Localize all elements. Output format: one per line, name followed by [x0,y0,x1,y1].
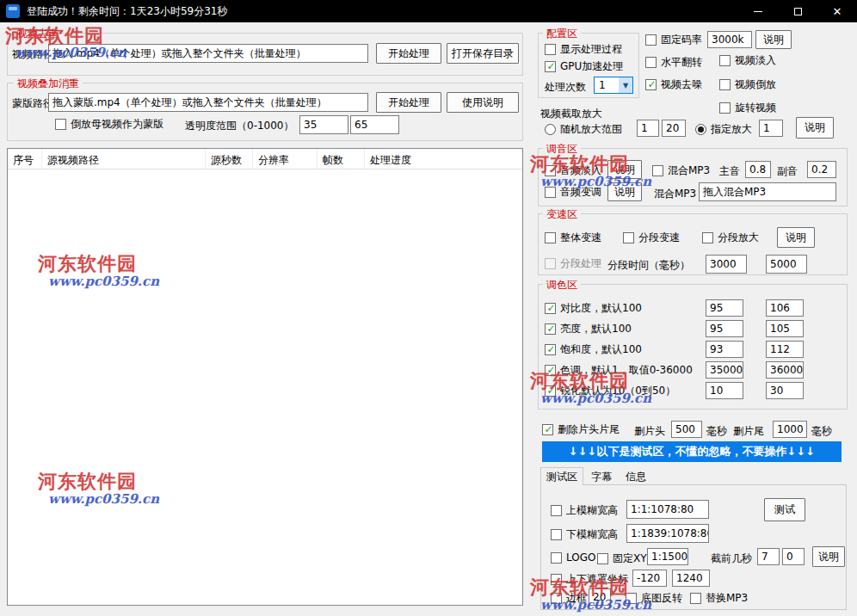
hue-max-input[interactable]: 36000 [766,361,804,379]
fixed-zoom-input[interactable]: 1 [759,120,783,137]
logo-input[interactable]: 1:1500 [647,548,688,565]
cut-seconds-input-2[interactable]: 0 [782,548,805,565]
segment-speed-checkbox[interactable]: 分段变速 [623,231,680,245]
brightness-max-input[interactable]: 105 [766,320,804,337]
dedup-start-button[interactable]: 开始处理 [376,43,441,64]
column-header-source-path[interactable]: 源视频路径 [42,149,206,169]
whole-speed-checkbox[interactable]: 整体变速 [545,231,601,245]
reverse-mask-label: 倒放母视频作为蒙版 [71,117,163,132]
trim-head-input[interactable]: 500 [671,421,702,438]
saturation-checkbox[interactable]: 饱和度，默认100 [545,342,642,357]
overlay-start-button[interactable]: 开始处理 [376,92,441,113]
trim-checkbox[interactable]: 删除片头片尾 [542,422,620,437]
fixed-bitrate-label: 固定码率 [661,33,702,47]
mask-path-input[interactable]: 拖入蒙版.mp4（单个处理）或拖入整个文件夹（批量处理） [48,93,368,112]
top-blur-checkbox[interactable]: 上模糊宽高 [551,503,618,518]
saturation-max-input[interactable]: 112 [766,341,804,358]
tab-info[interactable]: 信息 [620,469,652,485]
window-controls: ✕ [738,0,857,22]
cut-seconds-input-1[interactable]: 7 [757,548,780,565]
checkbox-box [719,102,731,114]
bitrate-help-button[interactable]: 说明 [755,30,792,49]
fixed-bitrate-checkbox[interactable]: 固定码率 [645,33,702,47]
checkbox-box [719,79,731,90]
tab-test-zone[interactable]: 测试区 [540,467,583,485]
mix-mp3-input[interactable]: 拖入混合MP3 [699,182,836,201]
column-header-progress[interactable]: 处理进度 [365,149,522,169]
rotate-video-checkbox[interactable]: 旋转视频 [719,101,776,115]
logo-checkbox[interactable]: LOGO [551,551,595,564]
checkbox-box [551,529,562,540]
sharpen-min-input[interactable]: 10 [706,382,743,399]
tab-subtitles[interactable]: 字幕 [585,469,618,485]
hue-min-input[interactable]: 35000 [706,361,743,379]
watermark-url: www.pc0359.cn [15,45,126,60]
column-header-resolution[interactable]: 分辨率 [253,149,318,169]
fixed-xy-checkbox[interactable]: 固定XY [597,551,647,566]
open-save-dir-button[interactable]: 打开保存目录 [447,43,519,64]
denoise-checkbox[interactable]: 视频去噪 [645,77,702,92]
zoom-help-button[interactable]: 说明 [796,117,834,139]
column-header-index[interactable]: 序号 [8,149,42,169]
column-header-seconds[interactable]: 源秒数 [206,149,253,169]
main-volume-input[interactable]: 0.8 [745,161,771,178]
test-zone-banner: ↓↓↓以下是测试区，不懂的忽略，不要操作↓↓↓ [542,441,842,462]
segment-time-min-input[interactable]: 3000 [706,255,747,274]
segment-time-max-input[interactable]: 5000 [766,255,807,274]
random-zoom-max-input[interactable]: 20 [662,120,686,137]
video-reverse-checkbox[interactable]: 视频倒放 [719,77,776,92]
random-zoom-min-input[interactable]: 1 [637,120,659,137]
bottom-blur-checkbox[interactable]: 下模糊宽高 [551,527,618,542]
gpu-accel-checkbox[interactable]: GPU加速处理 [545,59,623,74]
segment-zoom-checkbox[interactable]: 分段放大 [702,231,759,245]
saturation-min-input[interactable]: 93 [706,341,743,358]
app-icon[interactable] [6,4,20,18]
logo-help-button[interactable]: 说明 [812,546,845,567]
brightness-min-input[interactable]: 95 [706,320,743,337]
speed-help-button[interactable]: 说明 [777,227,815,248]
segment-process-checkbox[interactable]: 分段处理 [545,256,601,271]
close-button[interactable]: ✕ [817,0,857,22]
replace-mp3-checkbox[interactable]: 替换MP3 [690,591,748,606]
opacity-min-input[interactable]: 35 [299,115,348,134]
test-button[interactable]: 测试 [764,498,805,521]
reverse-mask-checkbox[interactable]: 倒放母视频作为蒙版 [55,117,163,132]
mask-coord-input-1[interactable]: -120 [632,570,667,587]
contrast-max-input[interactable]: 106 [766,299,804,317]
column-header-frames[interactable]: 帧数 [318,149,365,169]
app-window: 登陆成功！剩余时间：1天23小时59分31秒 ✕ 视频去重 视频路径 拖入.mp… [0,0,857,616]
sub-volume-input[interactable]: 0.2 [807,161,836,178]
checkbox-box [623,232,634,243]
watermark-url: www.pc0359.cn [540,391,651,406]
crop-zoom-label: 视频截取放大 [540,107,602,121]
process-times-label: 处理次数 [545,80,586,95]
opacity-max-input[interactable]: 65 [350,115,399,134]
maximize-button[interactable] [778,0,817,22]
sub-volume-label: 副音 [777,164,798,179]
show-process-checkbox[interactable]: 显示处理过程 [545,42,622,57]
fixed-zoom-radio[interactable]: 指定放大 [695,122,752,137]
watermark-url: www.pc0359.cn [48,274,159,289]
video-fadein-checkbox[interactable]: 视频淡入 [719,53,776,68]
checkbox-box [545,44,556,55]
bottom-blur-input[interactable]: 1:1839:1078:80 [626,524,709,543]
random-zoom-radio[interactable]: 随机放大范围 [545,122,622,137]
chevron-down-icon[interactable]: ▼ [619,77,632,93]
bitrate-input[interactable]: 3000k [707,31,752,48]
sharpen-max-input[interactable]: 30 [766,382,804,399]
whole-speed-label: 整体变速 [560,231,601,245]
trim-ms2-label: 毫秒 [811,424,832,439]
group-color-caption: 调色区 [543,278,581,293]
window-title: 登陆成功！剩余时间：1天23小时59分31秒 [27,4,227,19]
minimize-button[interactable] [738,0,778,22]
hflip-checkbox[interactable]: 水平翻转 [645,55,702,70]
trim-tail-input[interactable]: 1000 [773,421,807,438]
process-times-spinner[interactable]: 1 ▼ [594,77,633,94]
mask-coord-input-2[interactable]: 1240 [672,570,710,587]
contrast-checkbox[interactable]: 对比度，默认100 [545,301,642,316]
mix-mp3-checkbox[interactable]: 混合MP3 [652,163,710,178]
overlay-help-button[interactable]: 使用说明 [447,92,519,113]
brightness-checkbox[interactable]: 亮度，默认100 [545,322,632,336]
top-blur-input[interactable]: 1:1:1078:80 [626,500,709,519]
contrast-min-input[interactable]: 95 [706,299,743,317]
